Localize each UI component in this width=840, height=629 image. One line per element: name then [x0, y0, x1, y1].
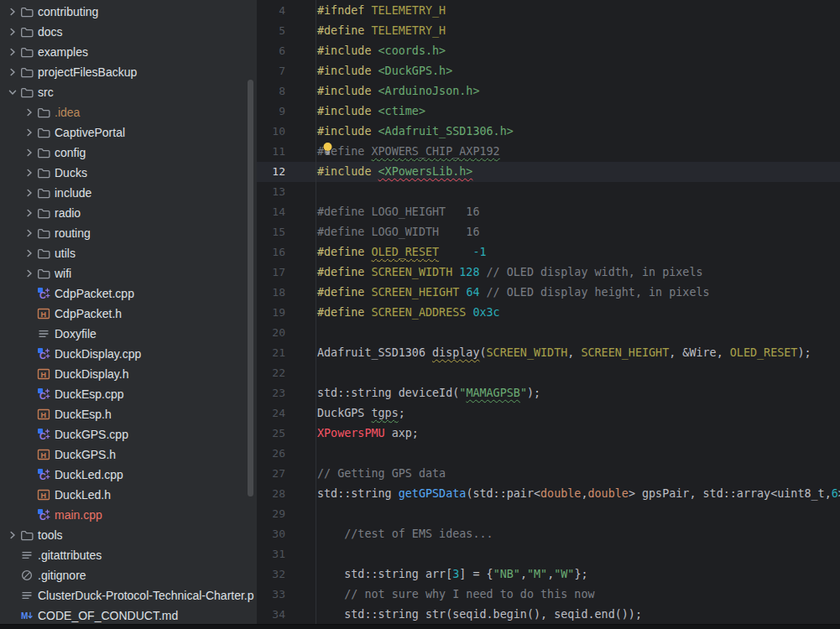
code-line-31[interactable]: 31 — [257, 544, 840, 564]
code-line-4[interactable]: 4#ifndef TELEMETRY_H — [257, 1, 840, 21]
code-line-15[interactable]: 15#define LOGO_WIDTH 16 — [257, 222, 840, 242]
tree-item-duckgps.h[interactable]: HDuckGPS.h — [0, 444, 257, 465]
tree-item-duckesp.h[interactable]: HDuckEsp.h — [0, 404, 257, 424]
tree-item-radio[interactable]: radio — [0, 203, 257, 223]
intention-bulb-icon[interactable] — [321, 142, 335, 155]
chevron-right-icon[interactable] — [22, 126, 36, 139]
code-line-5[interactable]: 5#define TELEMETRY_H — [257, 21, 840, 41]
chevron-right-icon[interactable] — [23, 106, 36, 119]
chevron-right-icon[interactable] — [23, 206, 36, 220]
tree-item-duckesp.cpp[interactable]: CDuckEsp.cpp — [0, 384, 257, 404]
chevron-down-icon[interactable] — [5, 86, 19, 99]
line-number[interactable]: 7 — [257, 61, 285, 81]
code-line-22[interactable]: 22 — [257, 363, 840, 383]
tree-item-cdppacket.h[interactable]: HCdpPacket.h — [0, 304, 257, 324]
tree-item-duckdisplay.h[interactable]: HDuckDisplay.h — [0, 364, 257, 384]
line-number[interactable]: 4 — [257, 1, 285, 21]
line-number[interactable]: 6 — [257, 41, 285, 61]
code-line-28[interactable]: 28std::string getGPSData(std::pair<doubl… — [257, 484, 840, 504]
code-line-34[interactable]: 34 std::string str(seqid.begin(), seqid.… — [257, 605, 840, 624]
tree-item-.idea[interactable]: .idea — [0, 102, 257, 122]
line-number[interactable]: 34 — [257, 605, 285, 624]
code-line-32[interactable]: 32 std::string arr[3] = {"NB","M","W"}; — [257, 564, 840, 585]
chevron-right-icon[interactable] — [23, 186, 36, 200]
chevron-right-icon[interactable] — [6, 45, 19, 59]
code-line-18[interactable]: 18#define SCREEN_HEIGHT 64 // OLED displ… — [257, 283, 840, 303]
line-number[interactable]: 32 — [257, 564, 285, 585]
chevron-right-icon[interactable] — [6, 5, 19, 18]
chevron-right-icon[interactable] — [6, 65, 19, 79]
line-number[interactable]: 23 — [257, 383, 285, 403]
code-line-6[interactable]: 6#include <coords.h> — [257, 41, 840, 61]
tree-item-cdppacket.cpp[interactable]: CCdpPacket.cpp — [0, 283, 257, 304]
line-number[interactable]: 26 — [257, 444, 285, 464]
tree-item-ducks[interactable]: Ducks — [0, 163, 257, 183]
line-number[interactable]: 22 — [257, 363, 285, 383]
tree-item-config[interactable]: config — [0, 143, 257, 163]
chevron-right-icon[interactable] — [22, 166, 36, 179]
code-line-17[interactable]: 17#define SCREEN_WIDTH 128 // OLED displ… — [257, 263, 840, 283]
code-line-20[interactable]: 20 — [257, 323, 840, 343]
line-number[interactable]: 5 — [257, 21, 285, 41]
tree-item-.gitignore[interactable]: .gitignore — [0, 565, 257, 585]
line-number[interactable]: 18 — [257, 283, 285, 303]
chevron-right-icon[interactable] — [22, 146, 36, 159]
chevron-right-icon[interactable] — [5, 5, 19, 18]
line-number[interactable]: 19 — [257, 303, 285, 323]
line-number[interactable]: 13 — [257, 182, 285, 202]
chevron-right-icon[interactable] — [23, 146, 36, 159]
tree-item-clusterduck-protocol-technical-charter.p[interactable]: ClusterDuck-Protocol-Technical-Charter.p — [0, 585, 257, 606]
code-line-8[interactable]: 8#include <ArduinoJson.h> — [257, 81, 840, 101]
chevron-right-icon[interactable] — [23, 247, 36, 260]
chevron-right-icon[interactable] — [5, 65, 19, 79]
chevron-right-icon[interactable] — [6, 25, 19, 39]
line-number[interactable]: 15 — [257, 222, 285, 242]
chevron-down-icon[interactable] — [6, 86, 19, 99]
chevron-right-icon[interactable] — [5, 45, 19, 59]
line-number[interactable]: 11 — [257, 142, 285, 162]
line-number[interactable]: 25 — [257, 424, 285, 444]
code-line-9[interactable]: 9#include <ctime> — [257, 101, 840, 122]
line-number[interactable]: 20 — [257, 323, 285, 343]
code-line-27[interactable]: 27// Getting GPS data — [257, 464, 840, 484]
chevron-right-icon[interactable] — [23, 126, 36, 139]
chevron-right-icon[interactable] — [22, 267, 36, 280]
line-number[interactable]: 28 — [257, 484, 285, 504]
chevron-right-icon[interactable] — [23, 267, 36, 280]
line-number[interactable]: 16 — [257, 242, 285, 263]
code-line-7[interactable]: 7#include <DuckGPS.h> — [257, 61, 840, 81]
code-line-29[interactable]: 29 — [257, 504, 840, 524]
line-number[interactable]: 31 — [257, 544, 285, 564]
code-line-19[interactable]: 19#define SCREEN_ADDRESS 0x3c — [257, 303, 840, 323]
code-line-12[interactable]: 12#include <XPowersLib.h> — [257, 162, 840, 182]
code-line-21[interactable]: 21Adafruit_SSD1306 display(SCREEN_WIDTH,… — [257, 343, 840, 363]
chevron-right-icon[interactable] — [22, 186, 36, 200]
tree-item-examples[interactable]: examples — [0, 42, 257, 62]
chevron-right-icon[interactable] — [5, 25, 19, 39]
line-number[interactable]: 14 — [257, 202, 285, 222]
code-line-13[interactable]: 13 — [257, 182, 840, 202]
chevron-right-icon[interactable] — [5, 528, 19, 542]
tree-item-docs[interactable]: docs — [0, 22, 257, 42]
line-number[interactable]: 21 — [257, 343, 285, 363]
code-line-10[interactable]: 10#include <Adafruit_SSD1306.h> — [257, 122, 840, 142]
code-line-24[interactable]: 24DuckGPS tgps; — [257, 403, 840, 424]
tree-item-routing[interactable]: routing — [0, 223, 257, 243]
tree-item-utils[interactable]: utils — [0, 243, 257, 263]
code-line-23[interactable]: 23std::string deviceId("MAMAGPSB"); — [257, 383, 840, 403]
chevron-right-icon[interactable] — [6, 528, 19, 542]
chevron-right-icon[interactable] — [22, 106, 36, 119]
code-line-33[interactable]: 33 // not sure why I need to do this now — [257, 585, 840, 605]
chevron-right-icon[interactable] — [22, 206, 36, 220]
tree-item-duckled.cpp[interactable]: CDuckLed.cpp — [0, 465, 257, 485]
tree-item-duckgps.cpp[interactable]: CDuckGPS.cpp — [0, 424, 257, 444]
tree-item-projectfilesbackup[interactable]: projectFilesBackup — [0, 62, 257, 82]
tree-item-duckled.h[interactable]: HDuckLed.h — [0, 485, 257, 505]
chevron-right-icon[interactable] — [23, 166, 36, 179]
tree-scrollbar-thumb[interactable] — [248, 80, 253, 496]
code-line-14[interactable]: 14#define LOGO_HEIGHT 16 — [257, 202, 840, 222]
chevron-right-icon[interactable] — [22, 247, 36, 260]
code-line-11[interactable]: 11#define XPOWERS_CHIP_AXP192 — [257, 142, 840, 162]
line-number[interactable]: 33 — [257, 585, 285, 605]
tree-item-src[interactable]: src — [0, 82, 257, 102]
